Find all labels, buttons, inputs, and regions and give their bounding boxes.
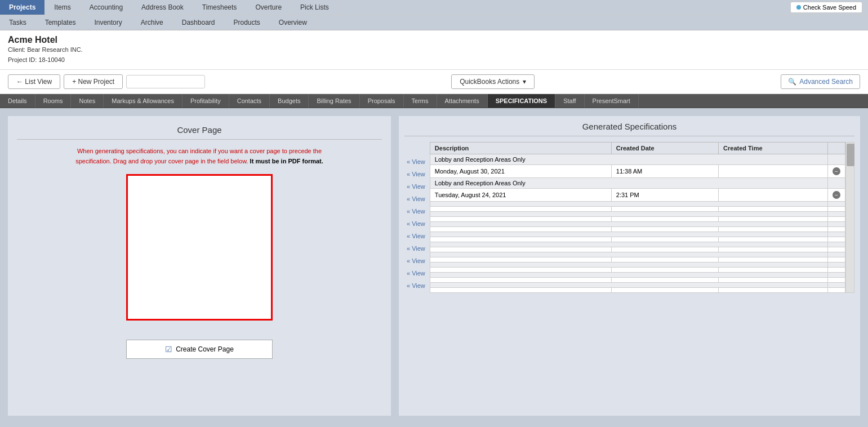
spec-desc-2 [430, 202, 827, 207]
sub-tab-rooms[interactable]: Rooms [35, 94, 72, 108]
scrollbar[interactable] [845, 142, 854, 293]
view-link-8[interactable]: « View [404, 255, 428, 267]
spec-date-5 [430, 237, 611, 242]
sub-tab-attachments[interactable]: Attachments [437, 94, 488, 108]
col-created-date: Created Date [611, 143, 718, 154]
spec-time-5 [611, 237, 718, 242]
spec-desc-4 [430, 222, 827, 227]
nav-tab-accounting[interactable]: Accounting [81, 0, 132, 15]
spec-desc-3 [430, 212, 827, 217]
spec-date-0: Monday, August 30, 2021 [430, 165, 611, 178]
project-title: Acme Hotel [8, 35, 860, 45]
main-content: Cover Page When generating specification… [0, 108, 868, 424]
cover-drop-area[interactable] [126, 174, 273, 321]
col-description: Description [430, 143, 611, 154]
view-link-5[interactable]: « View [404, 217, 428, 230]
nav-tab-dashboard[interactable]: Dashboard [173, 15, 225, 30]
nav-tab-archive[interactable]: Archive [132, 15, 173, 30]
spec-time-7 [611, 257, 718, 263]
advanced-search-label: Advanced Search [799, 78, 853, 86]
advanced-search-button[interactable]: 🔍 Advanced Search [781, 74, 860, 89]
nav-row-1: ProjectsItemsAccountingAddress BookTimes… [0, 0, 868, 15]
spec-desc-0: Lobby and Reception Areas Only [430, 154, 827, 165]
remove-spec-button-1[interactable]: − [833, 191, 840, 199]
view-link-4[interactable]: « View [404, 205, 428, 217]
gen-spec-title: Generated Specifications [404, 122, 854, 136]
spec-desc-5 [430, 232, 827, 237]
col-created-time: Created Time [719, 143, 828, 154]
spec-date-7 [430, 257, 611, 263]
sub-tab-notes[interactable]: Notes [71, 94, 104, 108]
sub-tab-specifications[interactable]: SPECIFICATIONS [488, 94, 555, 108]
nav-tab-projects[interactable]: Projects [0, 0, 45, 15]
spec-date-3 [430, 217, 611, 222]
view-link-7[interactable]: « View [404, 242, 428, 255]
cover-page-section: Cover Page When generating specification… [8, 116, 391, 416]
nav-tab-templates[interactable]: Templates [36, 15, 86, 30]
sub-tab-proposals[interactable]: Proposals [360, 94, 404, 108]
view-link-3[interactable]: « View [404, 193, 428, 205]
project-id: Project ID: 18-10040 [8, 55, 860, 65]
sub-tab-details[interactable]: Details [0, 94, 35, 108]
scrollbar-thumb [847, 144, 854, 166]
view-link-6[interactable]: « View [404, 230, 428, 242]
spec-time-4 [611, 227, 718, 232]
nav-tab-products[interactable]: Products [224, 15, 269, 30]
nav-tab-pick-lists[interactable]: Pick Lists [291, 0, 339, 15]
spec-desc-6 [430, 242, 827, 247]
spec-date-1: Tuesday, August 24, 2021 [430, 189, 611, 202]
sub-tab-billing-rates[interactable]: Billing Rates [309, 94, 359, 108]
nav-tab-timesheets[interactable]: Timesheets [193, 0, 247, 15]
sub-tab-contacts[interactable]: Contacts [229, 94, 270, 108]
create-cover-page-button[interactable]: ☑ Create Cover Page [126, 340, 273, 359]
spec-time-1: 2:31 PM [611, 189, 718, 202]
sub-tab-presentsmart[interactable]: PresentSmart [585, 94, 639, 108]
toolbar: ← List View + New Project QuickBooks Act… [0, 70, 868, 94]
view-link-10[interactable]: « View [404, 279, 428, 292]
nav-tab-inventory[interactable]: Inventory [85, 15, 131, 30]
spec-desc-9 [430, 273, 827, 278]
view-link-9[interactable]: « View [404, 267, 428, 279]
list-view-button[interactable]: ← List View [8, 74, 60, 89]
nav-tab-overture[interactable]: Overture [246, 0, 291, 15]
view-link-0[interactable]: « View [404, 155, 428, 168]
spec-time-3 [611, 217, 718, 222]
nav-tab-items[interactable]: Items [45, 0, 80, 15]
remove-spec-button-0[interactable]: − [833, 167, 840, 175]
spec-time-6 [611, 247, 718, 252]
cover-instructions: When generating specifications, you can … [59, 146, 340, 166]
nav-tabs-row1: ProjectsItemsAccountingAddress BookTimes… [0, 0, 339, 15]
sub-tab-budgets[interactable]: Budgets [270, 94, 309, 108]
sub-tab-markups---allowances[interactable]: Markups & Allowances [104, 94, 182, 108]
nav-tab-address-book[interactable]: Address Book [132, 0, 193, 15]
nav-tab-tasks[interactable]: Tasks [0, 15, 36, 30]
list-view-label: ← List View [16, 78, 52, 86]
check-save-speed-button[interactable]: Check Save Speed [790, 2, 862, 13]
spec-desc-10 [430, 283, 827, 288]
spec-time-10 [611, 288, 718, 293]
view-links-column: « View« View« View« View« View« View« Vi… [404, 142, 430, 293]
create-cover-icon: ☑ [165, 345, 172, 354]
new-project-button[interactable]: + New Project [64, 74, 123, 89]
spec-date-9 [430, 278, 611, 283]
cover-instruction-bold: It must be in PDF format. [250, 158, 323, 164]
spec-table: Description Created Date Created Time Lo… [430, 142, 845, 293]
nav-row-2: TasksTemplatesInventoryArchiveDashboardP… [0, 15, 868, 30]
view-link-2[interactable]: « View [404, 180, 428, 193]
check-save-dot [796, 5, 801, 10]
sub-tab-staff[interactable]: Staff [555, 94, 584, 108]
top-navigation: ProjectsItemsAccountingAddress BookTimes… [0, 0, 868, 30]
sub-nav: DetailsRoomsNotesMarkups & AllowancesPro… [0, 94, 868, 108]
spec-date-2 [430, 207, 611, 212]
search-icon: 🔍 [788, 78, 796, 86]
quickbooks-dropdown[interactable]: QuickBooks Actions ▾ [451, 74, 535, 89]
spec-date-6 [430, 247, 611, 252]
view-link-1[interactable]: « View [404, 168, 428, 180]
spec-time-2 [611, 207, 718, 212]
search-input[interactable] [126, 75, 205, 88]
check-save-label: Check Save Speed [803, 4, 856, 11]
cover-page-title: Cover Page [17, 125, 382, 140]
nav-tab-overview[interactable]: Overview [270, 15, 317, 30]
sub-tab-terms[interactable]: Terms [404, 94, 437, 108]
sub-tab-profitability[interactable]: Profitability [182, 94, 229, 108]
